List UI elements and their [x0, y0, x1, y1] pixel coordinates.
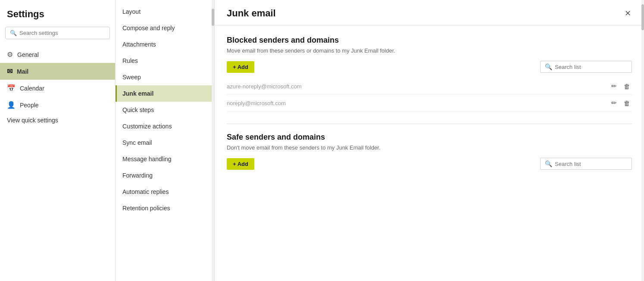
search-settings-input[interactable]: [19, 30, 105, 36]
safe-section-desc: Don't move email from these senders to m…: [227, 144, 632, 151]
search-icon: 🔍: [10, 30, 17, 36]
people-icon: 👤: [7, 101, 16, 109]
email-address-2: noreply@microsoft.com: [227, 100, 286, 106]
safe-toolbar: + Add 🔍: [227, 158, 632, 170]
menu-item-handling[interactable]: Message handling: [116, 151, 214, 167]
table-row: noreply@microsoft.com ✏ 🗑: [227, 95, 632, 112]
calendar-icon: 📅: [7, 84, 16, 92]
blocked-section-title: Blocked senders and domains: [227, 36, 632, 45]
edit-button-2[interactable]: ✏: [610, 98, 619, 108]
sidebar-item-mail-label: Mail: [17, 68, 28, 75]
sidebar-item-mail[interactable]: ✉ Mail: [0, 63, 115, 80]
menu-item-customize[interactable]: Customize actions: [116, 118, 214, 134]
main-scrollbar-thumb: [641, 4, 644, 30]
sidebar-item-calendar-label: Calendar: [20, 85, 44, 92]
middle-panel: Layout Compose and reply Attachments Rul…: [116, 0, 215, 281]
delete-button-1[interactable]: 🗑: [622, 81, 632, 91]
main-panel: Junk email ✕ Blocked senders and domains…: [215, 0, 644, 281]
blocked-search-input[interactable]: [555, 64, 627, 70]
scrollbar-thumb: [212, 9, 214, 26]
menu-item-quicksteps[interactable]: Quick steps: [116, 102, 214, 118]
main-header: Junk email ✕: [215, 0, 644, 25]
sidebar-item-people[interactable]: 👤 People: [0, 97, 115, 113]
mail-icon: ✉: [7, 67, 13, 75]
sidebar-item-general[interactable]: ⚙ General: [0, 46, 115, 63]
menu-item-compose[interactable]: Compose and reply: [116, 20, 214, 36]
menu-item-sweep[interactable]: Sweep: [116, 69, 214, 85]
page-title: Junk email: [227, 8, 276, 19]
sidebar-item-people-label: People: [20, 102, 39, 109]
safe-section: Safe senders and domains Don't move emai…: [227, 133, 632, 170]
blocked-toolbar: + Add 🔍: [227, 61, 632, 73]
menu-item-layout[interactable]: Layout: [116, 3, 214, 20]
blocked-section: Blocked senders and domains Move email f…: [227, 36, 632, 112]
main-scrollbar[interactable]: [641, 0, 644, 281]
row-actions-1: ✏ 🗑: [610, 81, 632, 91]
view-quick-settings-link[interactable]: View quick settings: [0, 113, 115, 127]
blocked-section-desc: Move email from these senders or domains…: [227, 47, 632, 54]
menu-item-rules[interactable]: Rules: [116, 53, 214, 69]
menu-item-junk[interactable]: Junk email: [116, 85, 214, 102]
menu-item-sync[interactable]: Sync email: [116, 134, 214, 151]
menu-item-forwarding[interactable]: Forwarding: [116, 167, 214, 184]
app-title: Settings: [0, 9, 115, 27]
safe-search-box[interactable]: 🔍: [540, 158, 632, 170]
table-row: azure-noreply@microsoft.com ✏ 🗑: [227, 78, 632, 95]
safe-add-button[interactable]: + Add: [227, 158, 254, 170]
safe-section-title: Safe senders and domains: [227, 133, 632, 142]
gear-icon: ⚙: [7, 50, 13, 59]
blocked-email-list: azure-noreply@microsoft.com ✏ 🗑 noreply@…: [227, 78, 632, 112]
email-address-1: azure-noreply@microsoft.com: [227, 83, 302, 90]
search-list-icon: 🔍: [545, 63, 552, 70]
safe-search-list-icon: 🔍: [545, 160, 552, 167]
close-button[interactable]: ✕: [622, 7, 634, 20]
left-panel: Settings 🔍 ⚙ General ✉ Mail 📅 Calendar 👤…: [0, 0, 116, 281]
menu-item-auto-replies[interactable]: Automatic replies: [116, 184, 214, 200]
sidebar-item-general-label: General: [17, 51, 39, 58]
blocked-add-button[interactable]: + Add: [227, 61, 254, 73]
menu-item-attachments[interactable]: Attachments: [116, 36, 214, 53]
menu-item-retention[interactable]: Retention policies: [116, 200, 214, 216]
blocked-search-box[interactable]: 🔍: [540, 61, 632, 73]
delete-button-2[interactable]: 🗑: [622, 98, 632, 108]
edit-button-1[interactable]: ✏: [610, 81, 619, 91]
section-divider: [227, 124, 632, 124]
sidebar-item-calendar[interactable]: 📅 Calendar: [0, 80, 115, 97]
main-content: Blocked senders and domains Move email f…: [215, 25, 644, 281]
middle-scrollbar[interactable]: [212, 0, 214, 281]
search-box[interactable]: 🔍: [5, 27, 110, 39]
safe-search-input[interactable]: [555, 161, 627, 167]
row-actions-2: ✏ 🗑: [610, 98, 632, 108]
